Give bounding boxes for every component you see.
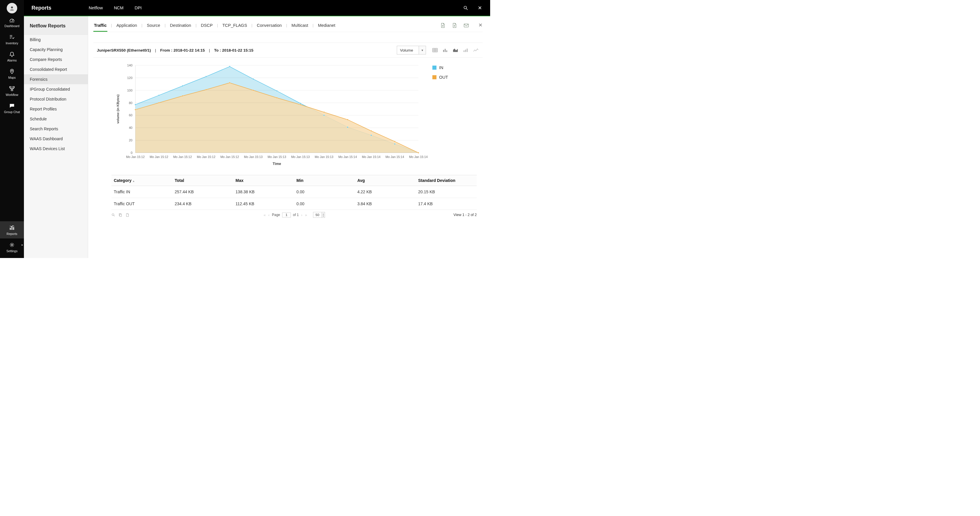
pager-tools xyxy=(111,213,263,217)
close-icon[interactable]: ✕ xyxy=(478,5,482,11)
sidebar-item-alarms[interactable]: Alarms xyxy=(0,48,24,65)
report-tabs-row: Traffic|Application|Source|Destination|D… xyxy=(93,16,482,32)
maps-icon xyxy=(9,68,15,75)
panel-item-protocol-distribution[interactable]: Protocol Distribution xyxy=(24,94,88,104)
legend-label: OUT xyxy=(439,75,448,79)
panel-item-billing[interactable]: Billing xyxy=(24,35,88,44)
tab-dscp[interactable]: DSCP xyxy=(200,23,213,32)
tab-multicast[interactable]: Multicast xyxy=(291,23,309,32)
panel-item-search-reports[interactable]: Search Reports xyxy=(24,124,88,134)
tab-separator: | xyxy=(196,23,196,32)
data-point-in xyxy=(253,78,254,79)
tab-source[interactable]: Source xyxy=(146,23,161,32)
table-view-icon[interactable] xyxy=(432,48,438,53)
sidebar-item-group-chat[interactable]: Group Chat xyxy=(0,99,24,117)
column-header-category[interactable]: Category▴ xyxy=(111,175,172,186)
avatar[interactable] xyxy=(7,3,17,13)
tab-separator: | xyxy=(142,23,142,32)
value-cell: 0.00 xyxy=(294,186,355,198)
line-chart-icon[interactable] xyxy=(473,48,479,53)
legend-item-in[interactable]: IN xyxy=(433,65,448,70)
column-header-avg[interactable]: Avg xyxy=(355,175,416,186)
settings-icon xyxy=(9,242,15,248)
y-tick-label: 120 xyxy=(127,76,132,79)
volume-select[interactable]: Volume ▾ xyxy=(397,46,426,54)
report-tabs: Traffic|Application|Source|Destination|D… xyxy=(93,23,336,32)
prev-page-button[interactable]: ‹ xyxy=(268,213,270,217)
next-page-button[interactable]: › xyxy=(301,213,302,217)
data-point-in xyxy=(394,143,395,144)
nav-dpi[interactable]: DPI xyxy=(135,6,142,10)
legend-item-out[interactable]: OUT xyxy=(433,75,448,79)
chart-type-toolbar xyxy=(432,48,479,53)
report-info-bar: JuniperSRX550 (Ethernet0/1) | From : 201… xyxy=(93,43,482,58)
email-icon[interactable] xyxy=(463,22,469,28)
column-header-standard-deviation[interactable]: Standard Deviation xyxy=(416,175,477,186)
x-tick-label: Mo Jan 15:14 xyxy=(362,155,381,159)
search-icon[interactable] xyxy=(463,5,469,11)
tab-conversation[interactable]: Conversation xyxy=(256,23,282,32)
inventory-icon xyxy=(9,34,15,40)
copy-icon[interactable] xyxy=(118,213,122,217)
sidebar-item-workflow[interactable]: Workflow xyxy=(0,82,24,99)
panel-item-ipgroup-consolidated[interactable]: IPGroup Consolidated xyxy=(24,84,88,94)
close-report-icon[interactable]: ✕ xyxy=(479,22,482,28)
sidebar-item-reports[interactable]: Reports xyxy=(0,221,24,238)
value-cell: 257.44 KB xyxy=(172,186,234,198)
panel-item-capacity-planning[interactable]: Capacity Planning xyxy=(24,44,88,54)
panel-item-report-profiles[interactable]: Report Profiles xyxy=(24,104,88,114)
app-window: DashboardInventoryAlarmsMapsWorkflowGrou… xyxy=(0,0,490,258)
settings-expand-icon[interactable]: ▸ xyxy=(22,243,23,246)
content-row: Netflow Reports BillingCapacity Planning… xyxy=(24,16,490,258)
volume-select-value: Volume xyxy=(397,48,418,52)
tab-application[interactable]: Application xyxy=(116,23,138,32)
sidebar-item-inventory[interactable]: Inventory xyxy=(0,30,24,48)
bar-chart-icon[interactable] xyxy=(442,48,449,53)
column-header-min[interactable]: Min xyxy=(294,175,355,186)
nav-ncm[interactable]: NCM xyxy=(114,6,123,10)
data-point-in xyxy=(323,114,325,116)
data-point-out xyxy=(323,112,325,113)
sidebar-item-maps[interactable]: Maps xyxy=(0,65,24,82)
x-tick-label: Mo Jan 15:14 xyxy=(409,155,428,159)
sidebar-item-settings[interactable]: Settings▸ xyxy=(0,238,24,256)
stacked-chart-icon[interactable] xyxy=(463,48,469,53)
sort-asc-icon[interactable]: ▴ xyxy=(133,179,135,183)
data-point-out xyxy=(135,109,136,110)
panel-item-waas-devices-list[interactable]: WAAS Devices List xyxy=(24,144,88,154)
tab-medianet[interactable]: Medianet xyxy=(317,23,336,32)
page-input[interactable] xyxy=(282,213,291,218)
export-pdf-icon[interactable] xyxy=(452,22,457,28)
value-cell: 0.00 xyxy=(294,198,355,210)
tab-tcp-flags[interactable]: TCP_FLAGS xyxy=(222,23,248,32)
tab-separator: | xyxy=(251,23,252,32)
sidebar-item-dashboard[interactable]: Dashboard xyxy=(0,13,24,30)
last-page-button[interactable]: » xyxy=(305,213,307,217)
column-header-max[interactable]: Max xyxy=(233,175,294,186)
tab-destination[interactable]: Destination xyxy=(170,23,192,32)
column-header-total[interactable]: Total xyxy=(172,175,234,186)
page-size-select[interactable]: 50 ▴▾ xyxy=(313,212,325,218)
to-label: To : 2018-01-22 15:15 xyxy=(214,48,253,52)
x-tick-label: Mo Jan 15:13 xyxy=(291,155,310,159)
table-row[interactable]: Traffic OUT234.4 KB112.45 KB0.003.84 KB1… xyxy=(111,198,477,210)
area-chart-icon[interactable] xyxy=(452,48,459,53)
export-file-icon[interactable] xyxy=(126,213,129,217)
table-row[interactable]: Traffic IN257.44 KB138.38 KB0.004.22 KB2… xyxy=(111,186,477,198)
panel-item-compare-reports[interactable]: Compare Reports xyxy=(24,54,88,64)
export-excel-icon[interactable] xyxy=(440,22,446,28)
first-page-button[interactable]: « xyxy=(263,213,266,217)
tab-traffic[interactable]: Traffic xyxy=(93,23,107,32)
y-tick-label: 60 xyxy=(129,113,132,117)
summary-table: Category▴TotalMaxMinAvgStandard Deviatio… xyxy=(111,175,477,210)
panel-item-schedule[interactable]: Schedule xyxy=(24,114,88,124)
legend-swatch xyxy=(433,65,436,70)
panel-item-consolidated-report[interactable]: Consolidated Report xyxy=(24,64,88,75)
dashboard-icon xyxy=(9,17,15,23)
panel-item-waas-dashboard[interactable]: WAAS Dashboard xyxy=(24,134,88,144)
chart-controls: Volume ▾ xyxy=(397,46,479,54)
pager-controls: « ‹ Page of 1 › » 50 ▴▾ xyxy=(263,212,325,218)
panel-item-forensics[interactable]: Forensics xyxy=(24,75,88,84)
zoom-icon[interactable] xyxy=(111,213,115,217)
nav-netflow[interactable]: Netflow xyxy=(89,6,103,10)
